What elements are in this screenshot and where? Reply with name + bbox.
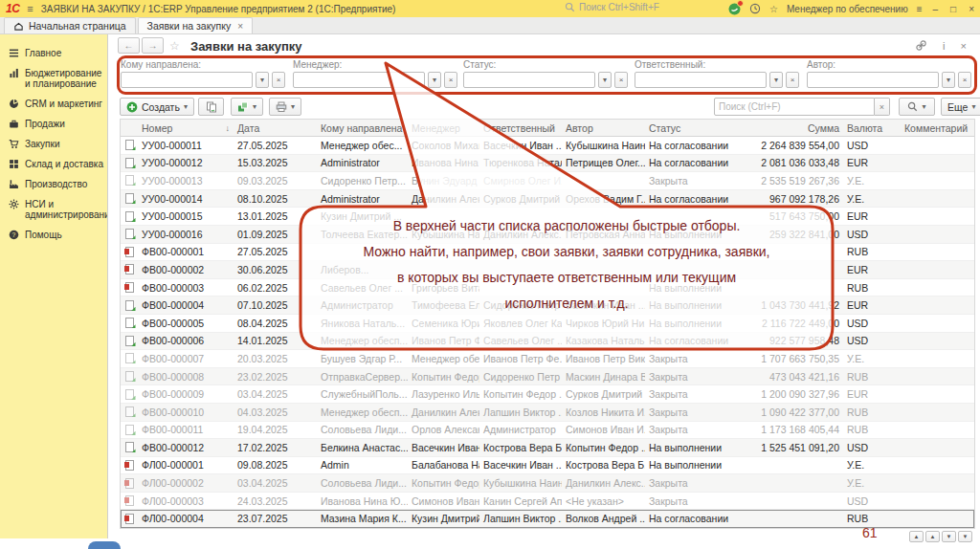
table-row[interactable]: ФЛ00-000002 03.04.2025 Соловьева Лиди...… [121,474,974,493]
table-row[interactable]: ФВ00-000005 08.04.2025 Яникова Наталь...… [121,315,974,333]
cell-number: ФВ00-000007 [138,353,234,364]
table-row[interactable]: УУ00-000013 09.03.2025 Сидоренко Петр...… [121,172,974,190]
column-responsible[interactable]: Ответственный [479,122,562,134]
create-by-copy-button[interactable] [198,98,224,116]
clear-search-icon[interactable]: × [875,98,890,116]
tab-purchase-requests[interactable]: Заявки на закупку × [138,17,253,33]
table-row[interactable]: ФВ00-000003 06.02.2025 Савельев Олег ...… [121,279,974,297]
global-search[interactable]: Поиск Ctrl+Shift+F [565,2,659,12]
favorites-icon[interactable]: ☆ [769,4,778,14]
sidebar-item-help[interactable]: ? Помощь [0,225,107,245]
column-comment[interactable]: Комментарий [901,122,974,134]
column-recipient[interactable]: Кому направлена [317,122,408,134]
filter-input-responsible[interactable] [635,72,767,88]
forward-button[interactable]: → [142,37,164,54]
maximize-button[interactable]: □ [948,4,958,14]
clear-icon[interactable]: × [272,72,285,88]
column-currency[interactable]: Валюта [843,122,901,134]
go-prev-button[interactable]: ▲ [925,531,940,542]
cell-number: ФВ00-000006 [138,335,234,346]
close-form-icon[interactable]: × [961,40,967,52]
go-last-button[interactable]: ▼ [958,531,972,542]
dropdown-icon[interactable]: ▾ [598,72,612,88]
service-menu-icon[interactable]: ≡ [917,4,923,14]
cell-responsible: Савельев Олег ... [479,335,562,346]
table-row[interactable]: УУ00-000015 13.01.2025 Кузин Дмитрий ...… [121,208,974,226]
dropdown-icon[interactable]: ▾ [769,72,783,88]
sidebar-item-budgeting[interactable]: Бюджетирование и планирование [0,63,107,94]
info-icon[interactable]: i [943,40,945,52]
print-button[interactable]: ▾ [269,98,301,116]
table-row[interactable]: УУ00-000012 15.03.2025 Administrator Ива… [121,155,974,173]
filter-input-manager[interactable] [293,72,425,88]
column-amount[interactable]: Сумма [738,122,843,134]
table-row[interactable]: ФВ00-000012 17.02.2025 Белкина Анастас..… [121,439,974,457]
clear-icon[interactable]: × [786,72,799,88]
table-row[interactable]: ФЛ00-000004 23.07.2025 Мазина Мария К...… [121,510,974,528]
table-row[interactable]: УУ00-000016 01.09.2025 Толчеева Екатер..… [121,226,974,244]
column-number[interactable]: Номер↓ [138,122,234,134]
set-status-button[interactable]: ▾ [231,98,263,116]
sidebar-item-main[interactable]: Главное [0,43,107,63]
cell-responsible: Иванов Петр Фе... [479,353,562,364]
factory-icon [9,179,19,189]
cell-responsible: Канин Сергей Ап... [479,495,562,507]
close-window-button[interactable]: × [967,4,976,14]
table-row[interactable]: ФЛ00-000003 24.03.2025 Иванова Нина Ю...… [121,493,974,511]
filter-input-author[interactable] [807,72,939,88]
tab-home[interactable]: Начальная страница [4,17,136,33]
create-button[interactable]: Создать ▾ [120,98,194,116]
main-menu-icon[interactable]: ≡ [27,3,33,14]
favorite-star-icon[interactable]: ☆ [169,39,180,53]
clear-icon[interactable]: × [444,72,457,88]
dropdown-icon[interactable]: ▾ [256,72,269,88]
cell-amount: 967 092 178,26 [738,193,843,205]
back-button[interactable]: ← [118,37,140,54]
filter-label: Ответственный: [635,59,799,70]
column-author[interactable]: Автор [562,122,645,134]
table-row[interactable]: ФВ00-000009 03.04.2025 СлужебныйПоль... … [121,385,974,404]
dropdown-icon[interactable]: ▾ [942,72,955,88]
table-row[interactable]: УУ00-000014 08.10.2025 Administrator Дан… [121,190,974,209]
search-settings-button[interactable]: ▾ [899,98,935,116]
sidebar-item-crm[interactable]: CRM и маркетинг [0,94,107,114]
sidebar-item-sales[interactable]: Продажи [0,114,107,134]
sidebar-item-nsi-admin[interactable]: НСИ и администрирование [0,194,107,225]
current-user[interactable]: Менеджер по обеспечению [787,4,908,14]
minimize-button[interactable]: – [931,4,941,14]
table-row[interactable]: ФВ00-000010 04.03.2025 Менеджер обесп...… [121,404,974,422]
dropdown-icon[interactable]: ▾ [428,72,441,88]
column-manager[interactable]: Менеджер [408,122,479,134]
tab-close-icon[interactable]: × [237,21,243,32]
history-icon[interactable] [749,3,761,14]
sidebar-item-warehouse[interactable]: Склад и доставка [0,154,107,174]
table-row[interactable]: ФЛ00-000001 09.08.2025 Admin Балабанова … [121,457,974,475]
table-row[interactable]: УУ00-000011 27.05.2025 Менеджер обес... … [121,137,974,155]
table-row[interactable]: ФВ00-000008 23.02.2025 ОтправкаСервер...… [121,368,974,386]
table-row[interactable]: ФВ00-000006 14.01.2025 Менеджер обесп...… [121,333,974,351]
table-row[interactable]: ФВ00-000002 30.06.2025 Либеров... EUR [121,261,974,279]
clear-icon[interactable]: × [958,72,971,88]
go-first-button[interactable]: ▲ [909,531,924,542]
more-button[interactable]: Еще ▾ [941,98,980,116]
table-row[interactable]: ФВ00-000007 20.03.2025 Бушуев Эдгар Р...… [121,350,974,368]
column-date[interactable]: Дата [234,122,317,134]
cell-amount: 517 643 750,00 [738,210,843,222]
cell-amount: 1 043 730 441,92 [738,299,843,311]
cell-amount: 259 322 841,00 [738,229,843,240]
filter-input-status[interactable] [463,72,595,88]
sidebar-item-purchases[interactable]: Закупки [0,134,107,154]
filter-input-recipient[interactable] [121,72,253,88]
sidebar-item-production[interactable]: Производство [0,174,107,194]
cell-recipient: Яникова Наталь... [317,318,408,329]
column-status[interactable]: Статус [645,122,738,134]
online-support-button[interactable] [728,3,741,15]
list-search: × [714,98,890,116]
table-row[interactable]: ФВ00-000004 07.10.2025 Администратор Тим… [121,296,974,315]
go-next-button[interactable]: ▼ [942,531,956,542]
get-link-icon[interactable] [915,39,927,52]
table-row[interactable]: ФВ00-000011 19.04.2025 Соловьева Лиди...… [121,422,974,440]
clear-icon[interactable]: × [614,72,628,88]
table-row[interactable]: ФВ00-000001 27.05.2025 RUB [121,244,974,262]
list-search-input[interactable] [714,98,875,116]
